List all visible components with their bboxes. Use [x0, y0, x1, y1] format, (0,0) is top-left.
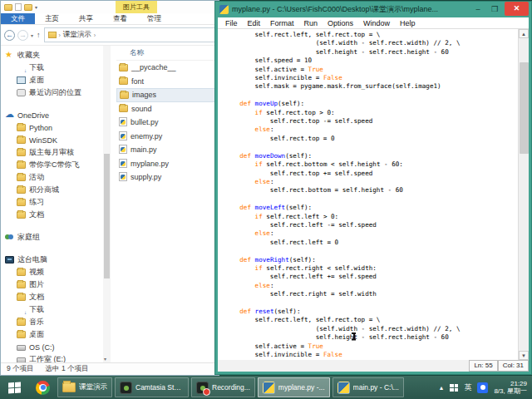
code-editor[interactable]: self.rect.left, self.rect.top = \ (self.…	[218, 29, 518, 360]
file-name: main.py	[131, 145, 157, 154]
up-button[interactable]: ↑	[37, 31, 41, 39]
clock-date: 8/3, 星期一	[494, 387, 527, 396]
folder-icon	[17, 161, 26, 169]
nav-scrollbar[interactable]: ▾	[103, 46, 111, 362]
nav-item[interactable]: 收藏夹	[1, 49, 103, 62]
nav-item[interactable]: 视频	[1, 266, 103, 278]
file-row[interactable]: main.py	[116, 143, 219, 157]
idle-titlebar[interactable]: myplane.py - C:\Users\FishC000\Desktop\课…	[218, 2, 529, 17]
editor-scrollbar[interactable]: ▲ ▼	[518, 29, 529, 360]
forward-button[interactable]: →	[17, 30, 28, 41]
taskbar-button-camtasia-rec[interactable]: Recording...	[191, 377, 255, 397]
file-row[interactable]: supply.py	[116, 170, 219, 185]
folder-icon	[119, 64, 128, 71]
file-icon[interactable]	[15, 3, 22, 11]
taskbar-button-label: main.py - C:\...	[353, 383, 399, 392]
tray-expand-icon[interactable]: ▲	[438, 385, 444, 391]
column-header-name[interactable]: 名称	[116, 48, 219, 61]
file-row[interactable]: myplane.py	[116, 157, 219, 171]
nav-item[interactable]: 这台电脑	[1, 254, 103, 266]
ribbon-tab-2[interactable]: 主页	[35, 13, 69, 24]
menu-help[interactable]: Help	[395, 19, 421, 27]
chevron-down-icon[interactable]: ▾	[35, 5, 37, 10]
nav-item[interactable]: WinSDK	[1, 134, 103, 146]
python-file-icon	[119, 172, 127, 181]
ribbon-tabs: 文件主页共享查看管理	[1, 13, 219, 25]
nav-scrollbar-thumb[interactable]	[104, 154, 110, 278]
nav-item[interactable]: 带你学C带你飞	[1, 159, 103, 171]
file-row[interactable]: sound	[116, 102, 219, 116]
file-row[interactable]: font	[116, 75, 219, 89]
breadcrumb[interactable]: › 课堂演示 ›	[44, 27, 215, 42]
ribbon-tab-3[interactable]: 共享	[69, 13, 103, 24]
taskbar-button-python[interactable]: main.py - C:\...	[332, 377, 404, 397]
taskbar-button-folder[interactable]: 课堂演示	[57, 377, 112, 397]
ime-app-icon[interactable]	[477, 382, 488, 393]
nav-item[interactable]: 桌面	[1, 328, 103, 341]
nav-group: 这台电脑视频图片文档下载音乐桌面OS (C:)工作室 (E:)数据 (F:)	[1, 254, 103, 362]
ribbon-tab-5[interactable]: 管理	[137, 13, 171, 24]
nav-item[interactable]: 文档	[1, 209, 103, 221]
folder-icon	[120, 91, 129, 99]
close-button[interactable]: ✕	[505, 2, 529, 16]
quick-access-toolbar[interactable]: ▾	[1, 3, 37, 11]
minimize-button[interactable]: –	[471, 2, 485, 17]
file-row[interactable]: enemy.py	[116, 130, 219, 144]
clock[interactable]: 21:29 8/3, 星期一	[494, 380, 527, 396]
taskbar-button-camtasia[interactable]: Camtasia Stu...	[115, 377, 189, 397]
nav-item[interactable]: 音乐	[1, 316, 103, 328]
nav-item[interactable]: 练习	[1, 196, 103, 209]
scroll-down-icon[interactable]: ▼	[519, 351, 529, 360]
menu-file[interactable]: File	[220, 19, 243, 27]
menu-format[interactable]: Format	[265, 19, 299, 27]
scroll-down-icon[interactable]: ▾	[104, 356, 106, 362]
folder-icon	[17, 199, 26, 206]
ime-indicator[interactable]: 英	[464, 382, 471, 393]
folder-icon	[17, 186, 26, 194]
menu-run[interactable]: Run	[299, 19, 323, 27]
nav-item[interactable]: OS (C:)	[1, 341, 103, 353]
breadcrumb-item[interactable]: 课堂演示	[63, 30, 91, 40]
nav-item[interactable]: 积分商城	[1, 184, 103, 196]
start-button[interactable]	[0, 376, 28, 399]
folder-icon[interactable]	[24, 4, 32, 11]
nav-item[interactable]: 工作室 (E:)	[1, 353, 103, 362]
menu-options[interactable]: Options	[323, 19, 358, 27]
folder-icon[interactable]	[4, 4, 12, 11]
nav-item[interactable]: OneDrive	[1, 109, 103, 121]
file-name: __pycache__	[131, 63, 176, 71]
nav-item[interactable]: 下载	[1, 303, 103, 316]
nav-item[interactable]: Python	[1, 121, 103, 134]
nav-item-label: OS (C:)	[29, 343, 55, 352]
menu-edit[interactable]: Edit	[243, 19, 266, 27]
maximize-button[interactable]: ❒	[488, 2, 501, 17]
nav-item[interactable]: 下载	[1, 62, 103, 74]
picture-tools-tab[interactable]: 图片工具	[116, 1, 157, 13]
nav-item[interactable]: 最近访问的位置	[1, 86, 103, 99]
nav-group: OneDrivePythonWinSDK版主每月审核带你学C带你飞活动积分商城练…	[1, 109, 103, 221]
back-button[interactable]: ←	[4, 30, 15, 41]
file-row[interactable]: images	[116, 88, 219, 102]
history-dropdown-icon[interactable]: ▾	[31, 32, 33, 38]
nav-item[interactable]: 家庭组	[1, 231, 103, 244]
scroll-up-icon[interactable]: ▲	[519, 29, 529, 38]
nav-item[interactable]: 版主每月审核	[1, 146, 103, 159]
nav-item[interactable]: 图片	[1, 278, 103, 291]
file-row[interactable]: bullet.py	[116, 116, 219, 130]
taskbar-button-chrome[interactable]	[31, 377, 55, 397]
nav-item-label: OneDrive	[17, 111, 49, 120]
nav-item[interactable]: 文档	[1, 291, 103, 303]
file-row[interactable]: __pycache__	[116, 61, 219, 75]
taskbar-button-python[interactable]: myplane.py -...	[258, 377, 330, 397]
ribbon-tab-1[interactable]: 文件	[1, 13, 35, 24]
nav-item[interactable]: 桌面	[1, 74, 103, 86]
nav-item[interactable]: 活动	[1, 171, 103, 184]
breadcrumb-separator: ›	[59, 32, 61, 38]
ribbon-tab-4[interactable]: 查看	[103, 13, 137, 24]
menu-window[interactable]: Window	[358, 19, 395, 27]
scrollbar-thumb[interactable]	[520, 62, 529, 154]
nav-item-label: 家庭组	[17, 232, 40, 243]
navigation-pane: 收藏夹下载桌面最近访问的位置OneDrivePythonWinSDK版主每月审核…	[1, 46, 103, 362]
nav-item-label: WinSDK	[29, 136, 57, 145]
tray-windows-icon[interactable]	[450, 384, 458, 392]
